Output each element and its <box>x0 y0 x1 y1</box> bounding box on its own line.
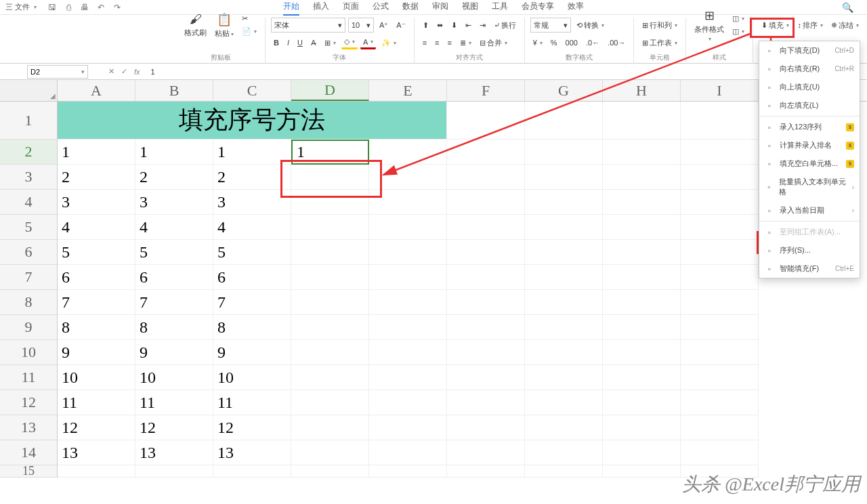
align-left[interactable]: ≡ <box>420 37 429 48</box>
font-size-select[interactable]: 10▾ <box>348 18 374 33</box>
tab-insert[interactable]: 插入 <box>313 0 329 16</box>
col-E[interactable]: E <box>369 80 447 101</box>
cell[interactable] <box>603 165 681 190</box>
col-F[interactable]: F <box>447 80 525 101</box>
cell[interactable]: 12 <box>135 415 213 440</box>
cell[interactable] <box>291 415 369 440</box>
align-top[interactable]: ⬆ <box>420 20 431 31</box>
cell[interactable] <box>603 440 681 465</box>
row-13[interactable]: 13 <box>0 415 58 440</box>
cell[interactable] <box>291 165 369 190</box>
cell[interactable]: 6 <box>135 265 213 290</box>
cell[interactable] <box>681 102 759 140</box>
cell[interactable] <box>447 190 525 215</box>
cell[interactable] <box>603 265 681 290</box>
col-D[interactable]: D <box>291 80 369 101</box>
italic-button[interactable]: I <box>284 37 292 48</box>
cell[interactable] <box>681 290 759 315</box>
indent-dec[interactable]: ⇤ <box>463 20 474 31</box>
col-B[interactable]: B <box>135 80 213 101</box>
effects-button[interactable]: ✨ <box>379 37 399 49</box>
cell[interactable]: 8 <box>213 315 291 340</box>
cell[interactable] <box>369 465 447 478</box>
tab-tools[interactable]: 工具 <box>492 0 508 16</box>
row-7[interactable]: 7 <box>0 265 58 290</box>
align-dist[interactable]: ≣ <box>457 37 474 49</box>
menu-item[interactable]: ▫填充空白单元格...$ <box>759 154 860 173</box>
search-icon[interactable]: 🔍 <box>842 2 853 13</box>
row-10[interactable]: 10 <box>0 340 58 365</box>
dec-inc-button[interactable]: .0← <box>583 37 602 48</box>
tab-view[interactable]: 视图 <box>462 0 478 16</box>
cell[interactable] <box>525 190 603 215</box>
cell[interactable] <box>447 102 525 140</box>
sort-button[interactable]: ↕ 排序 <box>795 19 826 32</box>
cell[interactable] <box>681 215 759 240</box>
col-A[interactable]: A <box>58 80 135 101</box>
cell[interactable] <box>603 365 681 390</box>
cell[interactable] <box>369 140 447 165</box>
cell[interactable] <box>291 215 369 240</box>
cell[interactable] <box>447 340 525 365</box>
cell[interactable] <box>525 390 603 415</box>
print-icon[interactable]: ⎙ <box>64 3 73 12</box>
cell[interactable]: 7 <box>58 290 135 315</box>
menu-item[interactable]: ▫序列(S)... <box>759 241 860 259</box>
cell[interactable] <box>681 140 759 165</box>
row-9[interactable]: 9 <box>0 315 58 340</box>
bold-button[interactable]: B <box>271 37 282 48</box>
cell[interactable] <box>525 465 603 478</box>
cell[interactable] <box>291 465 369 478</box>
cell[interactable] <box>291 265 369 290</box>
convert-button[interactable]: ⟲ 转换 <box>574 19 607 32</box>
title-cell[interactable]: 填充序号方法 <box>58 102 447 140</box>
tab-start[interactable]: 开始 <box>283 0 299 16</box>
rowcol-button[interactable]: ⊞ 行和列 <box>639 19 680 32</box>
cell[interactable] <box>525 165 603 190</box>
cell[interactable] <box>603 290 681 315</box>
cell[interactable] <box>603 415 681 440</box>
cell[interactable]: 3 <box>135 190 213 215</box>
cell[interactable]: 12 <box>58 415 135 440</box>
cell[interactable] <box>681 415 759 440</box>
cell[interactable] <box>525 102 603 140</box>
cell[interactable] <box>681 315 759 340</box>
cell[interactable] <box>447 165 525 190</box>
row-3[interactable]: 3 <box>0 165 58 190</box>
cell[interactable] <box>681 365 759 390</box>
menu-item[interactable]: ▫计算并录入排名$ <box>759 136 860 154</box>
cell[interactable]: 1 <box>135 140 213 165</box>
cell[interactable] <box>291 340 369 365</box>
file-menu[interactable]: 三 文件▾ <box>0 2 42 12</box>
paste-button[interactable]: 📋粘贴 <box>212 11 236 40</box>
tab-data[interactable]: 数据 <box>402 0 419 16</box>
cell[interactable]: 6 <box>58 265 135 290</box>
cell-style-button[interactable]: ◫ <box>729 13 747 24</box>
cell[interactable] <box>369 415 447 440</box>
row-14[interactable]: 14 <box>0 440 58 465</box>
menu-item[interactable]: ▫智能填充(F)Ctrl+E <box>759 259 860 278</box>
cell[interactable]: 11 <box>135 390 213 415</box>
currency-button[interactable]: ¥ <box>530 37 545 48</box>
cell[interactable] <box>291 315 369 340</box>
indent-inc[interactable]: ⇥ <box>477 20 488 31</box>
cell[interactable] <box>525 265 603 290</box>
cell[interactable] <box>525 340 603 365</box>
row-1[interactable]: 1 <box>0 102 58 140</box>
cell[interactable] <box>447 415 525 440</box>
align-center[interactable]: ≡ <box>432 37 442 48</box>
cell[interactable]: 2 <box>213 165 291 190</box>
cell[interactable] <box>291 365 369 390</box>
cell[interactable] <box>447 240 525 265</box>
col-H[interactable]: H <box>603 80 681 101</box>
cell[interactable] <box>525 315 603 340</box>
cell[interactable]: 13 <box>135 440 213 465</box>
cell[interactable]: 10 <box>58 365 135 390</box>
preview-icon[interactable]: 🖶 <box>80 3 89 12</box>
row-6[interactable]: 6 <box>0 240 58 265</box>
decrease-font-button[interactable]: A⁻ <box>394 20 408 31</box>
cell[interactable]: 10 <box>135 365 213 390</box>
cell[interactable]: 5 <box>135 240 213 265</box>
cell[interactable] <box>291 190 369 215</box>
row-2[interactable]: 2 <box>0 140 58 165</box>
